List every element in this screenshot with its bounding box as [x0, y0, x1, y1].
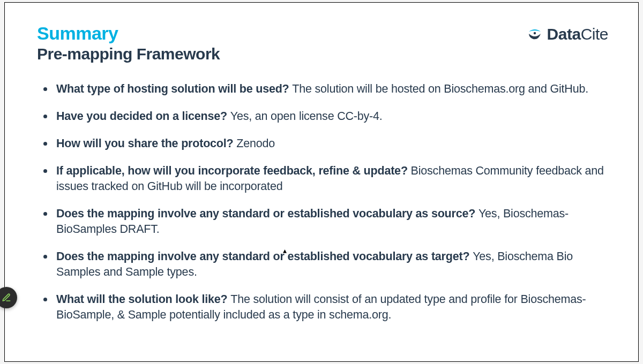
list-item: Does the mapping involve any standard or… [37, 206, 606, 237]
list-item: How will you share the protocol? Zenodo [37, 136, 606, 151]
bullet-question: Have you decided on a license? [56, 110, 230, 123]
list-item: What will the solution look like? The so… [37, 292, 606, 323]
list-item: Does the mapping involve any standard or… [37, 249, 606, 280]
bullet-question: How will you share the protocol? [56, 137, 236, 150]
bullet-answer: The solution will be hosted on Bioschema… [292, 82, 588, 95]
bullet-question: What will the solution look like? [56, 293, 230, 306]
datacite-logo-text: DataCite [547, 25, 608, 43]
slide: DataCite Summary Pre-mapping Framework W… [4, 2, 639, 362]
svg-point-0 [533, 32, 535, 34]
bullet-question: If applicable, how will you incorporate … [56, 164, 411, 177]
slide-header: DataCite Summary Pre-mapping Framework [37, 23, 606, 63]
list-item: Have you decided on a license? Yes, an o… [37, 109, 606, 124]
datacite-logo: DataCite [527, 25, 608, 43]
list-item: If applicable, how will you incorporate … [37, 163, 606, 194]
bullet-question: Does the mapping involve any standard or… [56, 207, 478, 220]
slide-title: Summary [37, 23, 606, 44]
slide-subtitle: Pre-mapping Framework [37, 45, 606, 63]
bullet-answer: Zenodo [236, 137, 275, 150]
datacite-logo-icon [527, 26, 543, 42]
pencil-icon [2, 293, 11, 302]
bullet-list: What type of hosting solution will be us… [37, 81, 606, 323]
bullet-question: What type of hosting solution will be us… [56, 82, 292, 95]
bullet-answer: Yes, an open license CC-by-4. [230, 110, 383, 123]
list-item: What type of hosting solution will be us… [37, 81, 606, 97]
bullet-question: Does the mapping involve any standard or… [56, 250, 473, 263]
